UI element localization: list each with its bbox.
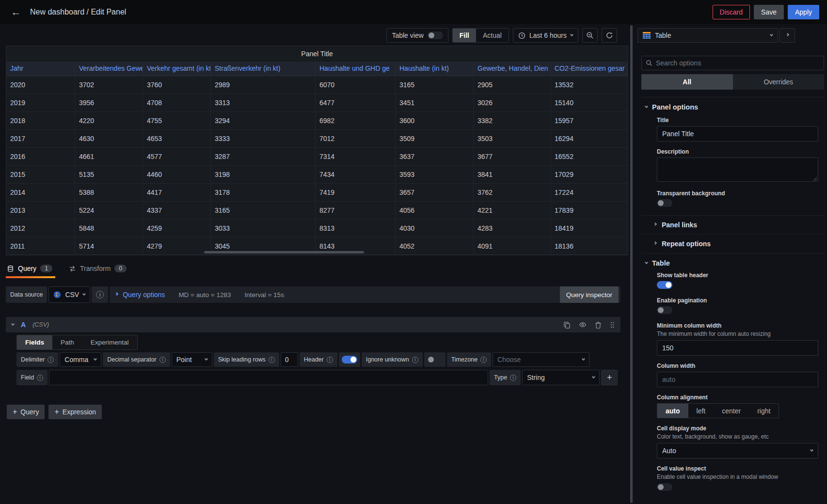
- table-cell: 3509: [396, 130, 474, 147]
- options-sidebar: Table All Overrides Panel options Title: [634, 24, 827, 504]
- tab-experimental[interactable]: Experimental: [82, 335, 137, 349]
- horizontal-scrollbar[interactable]: [6, 251, 628, 253]
- plus-icon: +: [54, 408, 59, 416]
- apply-button[interactable]: Apply: [788, 5, 819, 19]
- timezone-select[interactable]: Choose: [493, 352, 589, 367]
- table-cell: 5135: [75, 166, 143, 183]
- table-cell: 2020: [6, 76, 75, 94]
- align-auto[interactable]: auto: [657, 404, 688, 418]
- drag-handle-icon[interactable]: [610, 321, 615, 329]
- refresh-button[interactable]: [602, 28, 617, 43]
- panel-title-input[interactable]: [657, 126, 818, 142]
- query-header[interactable]: A (CSV): [6, 317, 620, 332]
- type-select[interactable]: String: [522, 370, 600, 385]
- table-cell: 4577: [143, 148, 211, 165]
- description-label: Description: [657, 148, 818, 155]
- add-buttons-row: +Query +Expression: [7, 405, 630, 419]
- field-input[interactable]: [49, 370, 488, 385]
- discard-button[interactable]: Discard: [713, 5, 750, 19]
- add-field-button[interactable]: +: [601, 370, 618, 385]
- save-button[interactable]: Save: [754, 5, 784, 19]
- help-icon: [96, 291, 104, 299]
- repeat-options-section[interactable]: Repeat options: [641, 234, 824, 253]
- collapse-query-icon[interactable]: [11, 322, 15, 326]
- add-expression-button[interactable]: +Expression: [48, 405, 102, 419]
- enable-pagination-toggle[interactable]: [657, 306, 672, 314]
- tab-fields[interactable]: Fields: [17, 335, 52, 349]
- tab-query[interactable]: Query 1: [6, 262, 55, 278]
- ignore-unknown-toggle[interactable]: [427, 356, 443, 363]
- collapse-options-button[interactable]: [779, 28, 795, 43]
- show-table-header-toggle[interactable]: [657, 281, 672, 289]
- trash-icon[interactable]: [595, 321, 602, 329]
- min-column-width-input[interactable]: [657, 340, 818, 356]
- editor-tabs: Query 1 Transform 0: [6, 262, 630, 278]
- column-header[interactable]: Haushalte und GHD ge: [316, 62, 396, 76]
- cell-display-mode-label: Cell display mode: [657, 425, 818, 432]
- align-right[interactable]: right: [749, 404, 779, 418]
- time-range-label: Last 6 hours: [529, 32, 567, 39]
- ignore-unknown-toggle-chip: [424, 352, 445, 367]
- table-cell: 3294: [211, 112, 316, 129]
- visualization-picker[interactable]: Table: [637, 28, 778, 43]
- back-arrow-icon[interactable]: ←: [8, 4, 24, 20]
- transparent-background-toggle[interactable]: [657, 199, 672, 207]
- panel-options-body: Title Description Transparent background: [641, 117, 824, 215]
- tab-path[interactable]: Path: [52, 335, 82, 349]
- description-textarea[interactable]: [657, 158, 818, 182]
- table-cell: 7434: [316, 166, 396, 183]
- chevron-right-icon: [653, 241, 657, 245]
- section-table[interactable]: Table: [641, 253, 824, 272]
- align-center[interactable]: center: [714, 404, 749, 418]
- datasource-picker[interactable]: CSV: [48, 286, 90, 303]
- delimiter-select[interactable]: Comma: [60, 352, 101, 367]
- fill-actual-switch: Fill Actual: [452, 28, 509, 43]
- table-view-toggle[interactable]: [428, 32, 443, 39]
- duplicate-icon[interactable]: [563, 321, 571, 329]
- scrollbar-thumb[interactable]: [630, 25, 633, 503]
- options-search-input[interactable]: [656, 59, 820, 67]
- options-search[interactable]: [641, 56, 824, 70]
- fill-option[interactable]: Fill: [453, 29, 476, 42]
- eye-icon[interactable]: [579, 321, 587, 329]
- table-view-label: Table view: [392, 32, 423, 39]
- min-column-width-desc: The minimum width for column auto resizi…: [657, 331, 818, 337]
- panel-toolbar: Table view Fill Actual Last 6 hours: [0, 28, 617, 43]
- column-width-input[interactable]: [657, 372, 818, 387]
- datasource-help-button[interactable]: [92, 286, 108, 303]
- actual-option[interactable]: Actual: [476, 29, 509, 42]
- info-icon: [48, 357, 54, 363]
- scrollbar-thumb[interactable]: [204, 251, 364, 253]
- decimal-separator-select[interactable]: Point: [172, 352, 212, 367]
- add-query-button[interactable]: +Query: [7, 405, 45, 419]
- query-options-toggle[interactable]: Query options: [115, 291, 165, 299]
- chevron-down-icon: [810, 448, 813, 452]
- column-header[interactable]: Jahr: [6, 62, 75, 76]
- breadcrumb: New dashboard / Edit Panel: [30, 8, 126, 16]
- column-header[interactable]: Gewerbe, Handel, Dien: [474, 62, 551, 76]
- panel-links-section[interactable]: Panel links: [641, 215, 824, 234]
- section-panel-options[interactable]: Panel options: [641, 97, 824, 116]
- filter-overrides[interactable]: Overrides: [733, 74, 825, 90]
- cell-display-mode-select[interactable]: Auto: [657, 443, 818, 458]
- header-toggle[interactable]: [342, 356, 357, 363]
- zoom-out-button[interactable]: [582, 28, 598, 43]
- column-header[interactable]: Haushalte (in kt): [396, 62, 474, 76]
- column-header[interactable]: Straßenverkehr (in kt): [211, 62, 316, 76]
- table-row: 201352244337316582774056422117839: [6, 202, 628, 220]
- time-range-picker[interactable]: Last 6 hours: [513, 28, 578, 43]
- column-header[interactable]: Verkehr gesamt (in kt): [143, 62, 211, 76]
- refresh-icon: [605, 32, 613, 39]
- tab-transform[interactable]: Transform 0: [68, 262, 129, 278]
- query-inspector-button[interactable]: Query inspector: [560, 286, 619, 303]
- delimiter-label: Delimiter: [16, 352, 58, 367]
- align-left[interactable]: left: [688, 404, 714, 418]
- cell-value-inspect-toggle[interactable]: [657, 483, 672, 491]
- table-cell: 3382: [474, 112, 551, 129]
- skip-leading-rows-input[interactable]: [281, 352, 298, 367]
- filter-all[interactable]: All: [641, 74, 733, 90]
- main-vertical-scrollbar[interactable]: [630, 24, 634, 504]
- resize-grip-icon[interactable]: [813, 177, 817, 181]
- column-header[interactable]: CO2-Emissionen gesar: [551, 62, 629, 76]
- column-header[interactable]: Verarbeitendes Gewerl: [75, 62, 143, 76]
